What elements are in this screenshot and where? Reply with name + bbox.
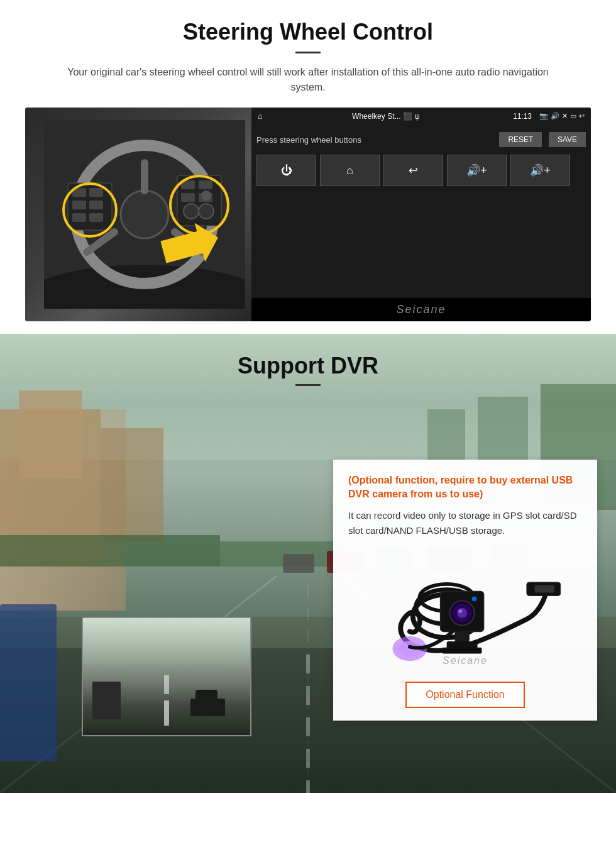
steering-wheel-photo — [25, 108, 264, 321]
statusbar-icons: 📷 🔊 ✕ ▭ ↩ — [539, 112, 585, 120]
svg-rect-13 — [89, 213, 103, 222]
panel-action-buttons: RESET SAVE — [495, 132, 586, 147]
svg-point-3 — [121, 191, 168, 238]
svg-rect-44 — [0, 604, 57, 761]
dvr-title-area: Support DVR — [0, 334, 616, 396]
svg-rect-10 — [72, 201, 86, 209]
dvr-camera-svg — [348, 547, 582, 673]
seicane-watermark-steering: Seicane — [251, 298, 591, 321]
dvr-title-divider — [295, 384, 321, 386]
statusbar-time: 11:13 — [513, 112, 532, 121]
dashcam-screenshot-inner — [83, 618, 250, 735]
svg-rect-32 — [0, 535, 220, 567]
home-control-button[interactable]: ⌂ — [320, 155, 380, 186]
android-ui-panel: ⌂ Wheelkey St... ⬛ ψ 11:13 📷 🔊 ✕ ▭ ↩ Pre… — [251, 108, 591, 321]
svg-point-20 — [199, 204, 214, 219]
statusbar-title: Wheelkey St... ⬛ ψ — [267, 112, 505, 121]
panel-header: Press steering wheel buttons RESET SAVE — [256, 130, 586, 150]
svg-rect-30 — [19, 390, 82, 479]
svg-rect-34 — [283, 554, 314, 573]
optional-function-button[interactable]: Optional Function — [405, 682, 525, 708]
dvr-title: Support DVR — [0, 353, 616, 379]
save-button[interactable]: SAVE — [549, 132, 586, 147]
home-icon: ⌂ — [258, 111, 263, 121]
road-line-2 — [164, 675, 169, 694]
svg-rect-16 — [199, 180, 212, 189]
power-button[interactable]: ⏻ — [256, 155, 316, 186]
android-statusbar: ⌂ Wheelkey St... ⬛ ψ 11:13 📷 🔊 ✕ ▭ ↩ — [251, 108, 591, 124]
road-line-1 — [164, 700, 169, 726]
dvr-optional-text: (Optional function, require to buy exter… — [348, 473, 582, 502]
vol-up-button[interactable]: 🔊+ — [447, 155, 507, 186]
car-silhouette — [190, 699, 225, 716]
svg-rect-11 — [89, 201, 103, 209]
svg-rect-60 — [443, 647, 482, 653]
steering-control-panel: Press steering wheel buttons RESET SAVE … — [251, 124, 591, 298]
panel-prompt: Press steering wheel buttons — [256, 135, 361, 145]
dvr-camera-image: Seicane — [348, 547, 582, 673]
svg-rect-12 — [72, 213, 86, 222]
svg-point-55 — [457, 608, 467, 618]
steering-title: Steering Wheel Control — [25, 19, 591, 45]
steering-composite-image: ⌂ Wheelkey St... ⬛ ψ 11:13 📷 🔊 ✕ ▭ ↩ Pre… — [25, 108, 591, 321]
svg-point-19 — [184, 204, 199, 219]
steering-description: Your original car's steering wheel contr… — [63, 65, 553, 95]
seicane-dvr-watermark: Seicane — [443, 655, 488, 667]
svg-point-21 — [201, 191, 211, 201]
reset-button[interactable]: RESET — [499, 132, 542, 147]
svg-rect-58 — [454, 631, 469, 641]
svg-point-56 — [458, 609, 462, 613]
steering-wheel-svg — [44, 120, 245, 309]
title-divider — [295, 52, 321, 53]
back-control-button[interactable]: ↩ — [383, 155, 443, 186]
svg-rect-46 — [535, 585, 554, 593]
svg-rect-31 — [101, 428, 163, 541]
dvr-section: Support DVR (Optional function, require … — [0, 334, 616, 793]
vol-up2-button[interactable]: 🔊+ — [510, 155, 570, 186]
dvr-info-box: (Optional function, require to buy exter… — [333, 460, 597, 721]
control-buttons-row: ⏻ ⌂ ↩ 🔊+ 🔊+ — [256, 155, 586, 186]
svg-rect-17 — [181, 193, 195, 202]
svg-point-57 — [472, 596, 477, 601]
dvr-description: It can record video only to storage in G… — [348, 508, 582, 538]
dashcam-screenshot — [82, 617, 251, 736]
vehicle-left — [92, 682, 121, 719]
steering-wheel-section: Steering Wheel Control Your original car… — [0, 0, 616, 334]
svg-rect-9 — [89, 188, 103, 197]
